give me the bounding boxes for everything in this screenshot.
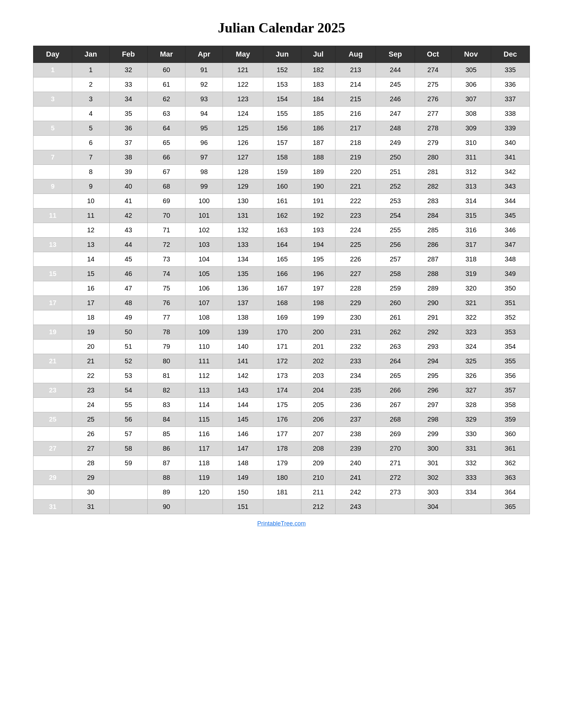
table-row: 44356394124155185216247277308338 (33, 107, 530, 121)
month-cell-aug: 216 (336, 107, 376, 121)
month-cell-dec: 350 (491, 281, 530, 296)
month-cell-feb: 55 (109, 398, 147, 412)
month-cell-apr: 102 (185, 223, 222, 238)
footer-link[interactable]: PrintableTree.com (257, 520, 306, 527)
month-cell-oct: 304 (415, 500, 451, 514)
month-cell-oct: 283 (415, 194, 451, 208)
month-cell-aug: 217 (336, 121, 376, 136)
month-cell-may: 140 (222, 340, 263, 354)
month-cell-jan: 25 (72, 412, 109, 427)
table-row: 66376596126157187218249279310340 (33, 136, 530, 150)
month-cell-jul: 197 (302, 281, 336, 296)
month-cell-mar: 65 (147, 136, 185, 150)
month-cell-aug: 234 (336, 369, 376, 383)
month-cell-aug: 242 (336, 485, 376, 500)
month-cell-mar: 73 (147, 252, 185, 267)
day-cell: 16 (33, 281, 72, 296)
month-cell-jan: 29 (72, 471, 109, 485)
month-cell-jan: 23 (72, 383, 109, 398)
table-row: 99406899129160190221252282313343 (33, 179, 530, 194)
col-header-dec: Dec (491, 46, 530, 63)
month-cell-mar: 89 (147, 485, 185, 500)
month-cell-nov: 307 (451, 92, 491, 107)
month-cell-dec: 361 (491, 441, 530, 456)
month-cell-may: 150 (222, 485, 263, 500)
month-cell-jun: 161 (263, 194, 302, 208)
table-row: 33346293123154184215246276307337 (33, 92, 530, 107)
day-cell: 17 (33, 296, 72, 310)
month-cell-aug: 240 (336, 456, 376, 471)
day-cell: 11 (33, 208, 72, 223)
month-cell-feb: 42 (109, 208, 147, 223)
month-cell-may: 141 (222, 354, 263, 369)
month-cell-jul: 207 (302, 427, 336, 441)
day-cell: 28 (33, 456, 72, 471)
month-cell-mar: 78 (147, 325, 185, 340)
month-cell-jan: 27 (72, 441, 109, 456)
julian-calendar-table: DayJanFebMarAprMayJunJulAugSepOctNovDec … (33, 46, 530, 514)
month-cell-feb: 52 (109, 354, 147, 369)
month-cell-jan: 7 (72, 150, 109, 165)
day-cell: 8 (33, 165, 72, 179)
month-cell-aug: 225 (336, 238, 376, 252)
month-cell-jun: 164 (263, 238, 302, 252)
month-cell-sep: 253 (376, 194, 415, 208)
col-header-mar: Mar (147, 46, 185, 63)
month-cell-sep: 273 (376, 485, 415, 500)
month-cell-mar: 85 (147, 427, 185, 441)
month-cell-dec: 341 (491, 150, 530, 165)
month-cell-apr: 113 (185, 383, 222, 398)
month-cell-aug: 213 (336, 63, 376, 77)
month-cell-oct: 291 (415, 310, 451, 325)
month-cell-may: 139 (222, 325, 263, 340)
month-cell-aug: 231 (336, 325, 376, 340)
month-cell-nov: 314 (451, 194, 491, 208)
month-cell-dec: 345 (491, 208, 530, 223)
month-cell-feb: 38 (109, 150, 147, 165)
month-cell-jan: 24 (72, 398, 109, 412)
month-cell-jan: 18 (72, 310, 109, 325)
month-cell-mar: 62 (147, 92, 185, 107)
month-cell-jan: 1 (72, 63, 109, 77)
month-cell-feb: 54 (109, 383, 147, 398)
month-cell-jan: 17 (72, 296, 109, 310)
month-cell-may: 148 (222, 456, 263, 471)
month-cell-dec: 365 (491, 500, 530, 514)
month-cell-mar: 81 (147, 369, 185, 383)
month-cell-may: 132 (222, 223, 263, 238)
month-cell-jul: 182 (302, 63, 336, 77)
month-cell-nov: 306 (451, 77, 491, 92)
day-cell: 12 (33, 223, 72, 238)
table-row: 23235482113143174204235266296327357 (33, 383, 530, 398)
month-cell-oct: 289 (415, 281, 451, 296)
month-cell-oct: 286 (415, 238, 451, 252)
month-cell-aug: 223 (336, 208, 376, 223)
month-cell-jul: 194 (302, 238, 336, 252)
month-cell-aug: 239 (336, 441, 376, 456)
month-cell-dec: 364 (491, 485, 530, 500)
month-cell-aug: 243 (336, 500, 376, 514)
day-cell: 3 (33, 92, 72, 107)
month-cell-sep: 261 (376, 310, 415, 325)
month-cell-may: 129 (222, 179, 263, 194)
month-cell-sep: 271 (376, 456, 415, 471)
month-cell-may: 142 (222, 369, 263, 383)
month-cell-apr (185, 500, 222, 514)
month-cell-sep: 246 (376, 92, 415, 107)
month-cell-oct: 280 (415, 150, 451, 165)
day-cell: 10 (33, 194, 72, 208)
month-cell-mar: 74 (147, 267, 185, 281)
month-cell-jun: 173 (263, 369, 302, 383)
month-cell-apr: 93 (185, 92, 222, 107)
month-cell-jun: 172 (263, 354, 302, 369)
month-cell-feb: 39 (109, 165, 147, 179)
day-cell: 15 (33, 267, 72, 281)
month-cell-apr: 95 (185, 121, 222, 136)
month-cell-may: 138 (222, 310, 263, 325)
col-header-sep: Sep (376, 46, 415, 63)
month-cell-jul: 191 (302, 194, 336, 208)
month-cell-sep: 259 (376, 281, 415, 296)
day-cell: 29 (33, 471, 72, 485)
month-cell-dec: 357 (491, 383, 530, 398)
month-cell-dec: 348 (491, 252, 530, 267)
